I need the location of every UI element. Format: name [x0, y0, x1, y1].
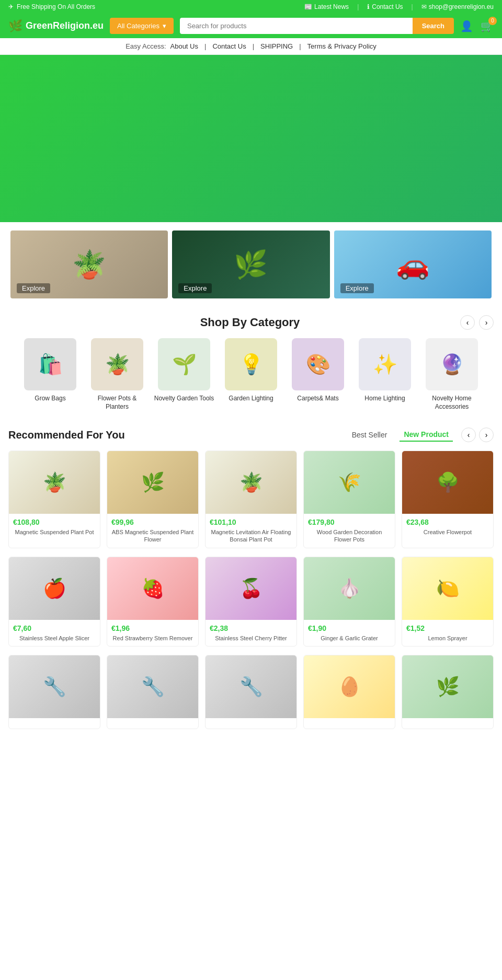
product-row3-3[interactable]: 🔧	[205, 655, 297, 729]
explore-images: 🪴 Explore 🌿 Explore 🚗 Explore	[0, 222, 502, 307]
product-info-7: €1,96 Red Strawberry Stem Remover	[107, 620, 198, 646]
cat-home-lighting[interactable]: ✨ Home Lighting	[353, 338, 416, 411]
product-row3-1[interactable]: 🔧	[8, 655, 100, 729]
email-link[interactable]: ✉ shop@greenreligion.eu	[421, 3, 494, 10]
cat-novelty-accessories[interactable]: 🔮 Novelty Home Accessories	[420, 338, 483, 411]
free-shipping-text: Free Shipping On All Orders	[17, 3, 95, 10]
nav-contact[interactable]: Contact Us	[212, 42, 246, 50]
rec-tabs: Best Seller New Product ‹ ›	[348, 428, 494, 442]
cart-icon[interactable]: 🛒 0	[481, 20, 494, 32]
product-info-4: €179,80 Wood Garden Decoration Flower Po…	[304, 514, 395, 548]
product-row3-2[interactable]: 🔧	[107, 655, 199, 729]
contact-link[interactable]: ℹ Contact Us	[367, 3, 403, 10]
product-grid-row3: 🔧 🔧 🔧 🥚	[8, 655, 494, 729]
product-img-cherry: 🍒	[206, 557, 296, 620]
rec-next-btn[interactable]: ›	[479, 428, 494, 442]
nav-bar: Easy Access: About Us | Contact Us | SHI…	[0, 38, 502, 55]
explore-label-1: Explore	[17, 283, 50, 293]
product-info-11	[9, 718, 100, 729]
product-grid-row1: 🪴 €108,80 Magnetic Suspended Plant Pot 🌿…	[8, 451, 494, 548]
product-groot[interactable]: 🌳 €23,68 Creative Flowerpot	[402, 451, 494, 548]
explore-label-2: Explore	[178, 283, 212, 293]
user-icon[interactable]: 👤	[460, 20, 473, 32]
cat-grow-bags-label: Grow Bags	[35, 395, 65, 403]
cat-novelty-accessories-img: 🔮	[426, 338, 478, 390]
product-strawberry[interactable]: 🍓 €1,96 Red Strawberry Stem Remover	[107, 557, 199, 647]
cat-garden-tools[interactable]: 🌱 Novelty Garden Tools	[153, 338, 215, 411]
product-row3-5[interactable]: 🌿	[402, 655, 494, 729]
product-img-row3-1: 🔧	[9, 655, 100, 718]
product-magnetic-2[interactable]: 🌿 €99,96 ABS Magnetic Suspended Plant Fl…	[107, 451, 199, 548]
product-magnetic-3[interactable]: 🪴 €101,10 Magnetic Levitation Air Floati…	[205, 451, 297, 548]
product-name-5: Creative Flowerpot	[406, 528, 489, 536]
tab-best-seller[interactable]: Best Seller	[348, 429, 392, 441]
product-info-14	[304, 718, 395, 729]
news-icon: 📰	[304, 3, 312, 10]
cat-carpets-label: Carpets& Mats	[297, 395, 338, 403]
cat-flower-pots[interactable]: 🪴 Flower Pots & Planters	[86, 338, 149, 411]
rec-prev-btn[interactable]: ‹	[461, 428, 476, 442]
cat-flower-pots-label: Flower Pots & Planters	[86, 395, 149, 411]
rec-nav: ‹ ›	[461, 428, 494, 442]
product-img-wood: 🌾	[304, 451, 395, 514]
nav-shipping[interactable]: SHIPPING	[260, 42, 293, 50]
product-price-2: €99,96	[111, 518, 194, 526]
product-img-row3-3: 🔧	[206, 655, 296, 718]
product-cherry[interactable]: 🍒 €2,38 Stainless Steel Cherry Pitter	[205, 557, 297, 647]
cat-grow-bags[interactable]: 🛍️ Grow Bags	[19, 338, 82, 411]
product-info-2: €99,96 ABS Magnetic Suspended Plant Flow…	[107, 514, 198, 548]
latest-news-link[interactable]: 📰 Latest News	[304, 3, 349, 10]
cat-flower-pots-img: 🪴	[91, 338, 143, 390]
search-input[interactable]	[180, 18, 413, 34]
product-info-3: €101,10 Magnetic Levitation Air Floating…	[206, 514, 296, 548]
product-wood[interactable]: 🌾 €179,80 Wood Garden Decoration Flower …	[303, 451, 395, 548]
search-bar: Search	[180, 18, 454, 34]
product-name-8: Stainless Steel Cherry Pitter	[210, 635, 292, 642]
nav-terms[interactable]: Terms & Privacy Policy	[307, 42, 376, 50]
explore-box-2[interactable]: 🌿 Explore	[172, 230, 329, 298]
logo-text: GreenReligion.eu	[26, 20, 104, 31]
product-name-1: Magnetic Suspended Plant Pot	[13, 528, 96, 536]
cat-home-lighting-img: ✨	[359, 338, 411, 390]
product-row3-4[interactable]: 🥚	[303, 655, 395, 729]
explore-box-1[interactable]: 🪴 Explore	[10, 230, 168, 298]
shop-by-title: Shop By Category	[40, 316, 460, 329]
tab-new-product[interactable]: New Product	[400, 428, 453, 442]
product-price-4: €179,80	[308, 518, 391, 526]
product-grid-row2: 🍎 €7,60 Stainless Steel Apple Slicer 🍓 €…	[8, 557, 494, 647]
product-garlic[interactable]: 🧄 €1,90 Ginger & Garlic Grater	[303, 557, 395, 647]
explore-box-3[interactable]: 🚗 Explore	[334, 230, 492, 298]
product-info-10: €1,52 Lemon Sprayer	[402, 620, 493, 646]
top-bar: ✈ Free Shipping On All Orders 📰 Latest N…	[0, 0, 502, 14]
product-img-row3-4: 🥚	[304, 655, 395, 718]
product-img-row3-2: 🔧	[107, 655, 198, 718]
product-lemon[interactable]: 🍋 €1,52 Lemon Sprayer	[402, 557, 494, 647]
product-name-3: Magnetic Levitation Air Floating Bonsai …	[210, 528, 292, 544]
hero-banner	[0, 55, 502, 222]
shop-next-btn[interactable]: ›	[479, 315, 494, 330]
product-price-10: €1,52	[406, 624, 489, 632]
product-name-6: Stainless Steel Apple Slicer	[13, 635, 96, 642]
product-img-magnetic-3: 🪴	[206, 451, 296, 514]
logo-icon: 🌿	[8, 19, 22, 33]
product-name-4: Wood Garden Decoration Flower Pots	[308, 528, 391, 544]
free-shipping-icon: ✈	[8, 3, 14, 10]
search-button[interactable]: Search	[413, 18, 454, 34]
category-dropdown[interactable]: All Categories ▾	[110, 18, 174, 34]
product-magnetic-1[interactable]: 🪴 €108,80 Magnetic Suspended Plant Pot	[8, 451, 100, 548]
cat-garden-lighting[interactable]: 💡 Garden Lighting	[220, 338, 282, 411]
shop-prev-btn[interactable]: ‹	[460, 315, 475, 330]
product-slicer[interactable]: 🍎 €7,60 Stainless Steel Apple Slicer	[8, 557, 100, 647]
header-icons: 👤 🛒 0	[460, 20, 494, 32]
rec-header: Recommended For You Best Seller New Prod…	[8, 428, 494, 442]
cat-garden-lighting-label: Garden Lighting	[229, 395, 273, 403]
product-name-10: Lemon Sprayer	[406, 635, 489, 642]
product-name-9: Ginger & Garlic Grater	[308, 635, 391, 642]
logo[interactable]: 🌿 GreenReligion.eu	[8, 19, 104, 33]
chevron-down-icon: ▾	[163, 22, 166, 30]
cat-carpets[interactable]: 🎨 Carpets& Mats	[287, 338, 349, 411]
nav-about[interactable]: About Us	[170, 42, 198, 50]
cart-count: 0	[488, 17, 497, 25]
product-price-5: €23,68	[406, 518, 489, 526]
shop-nav: ‹ ›	[460, 315, 494, 330]
